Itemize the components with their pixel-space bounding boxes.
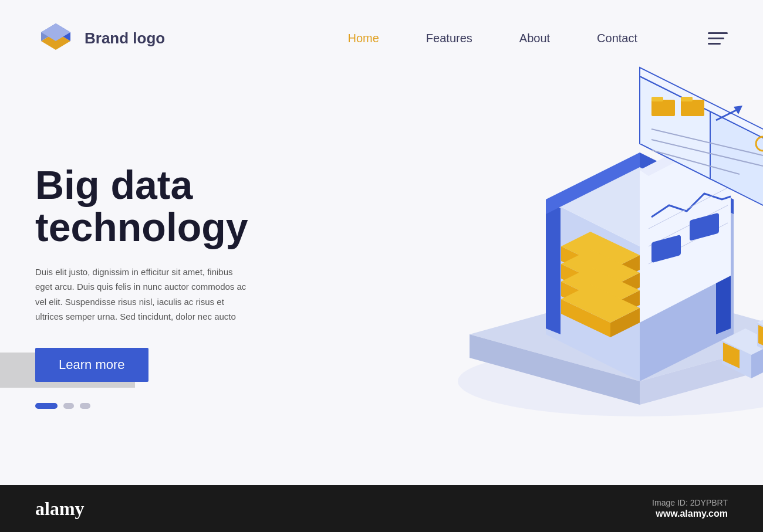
isometric-illustration [352,53,763,416]
footer-url: www.alamy.com [652,509,728,519]
hamburger-menu[interactable] [708,32,728,45]
logo-area: Brand logo [35,18,165,59]
hero-content: Big data technology Duis elit justo, dig… [35,153,317,409]
hamburger-line-1 [708,32,728,34]
nav-features[interactable]: Features [426,32,472,45]
nav-home[interactable]: Home [348,32,379,45]
brand-logo-icon [35,18,76,59]
alamy-brand: alamy [35,498,85,520]
hamburger-line-2 [708,38,724,39]
dot-1[interactable] [35,403,58,409]
hamburger-line-3 [708,43,721,45]
brand-logo-text: Brand logo [85,29,165,48]
hero-title: Big data technology [35,164,317,248]
svg-marker-11 [546,202,561,334]
svg-rect-37 [651,100,675,116]
hero-description: Duis elit justo, dignissim in efficitur … [35,265,247,324]
dot-2[interactable] [63,403,74,409]
svg-rect-38 [651,97,663,101]
slide-dots [35,403,317,409]
image-id: Image ID: 2DYPBRT [652,498,728,507]
footer-image-info: Image ID: 2DYPBRT www.alamy.com [652,498,728,519]
footer-bar: alamy Image ID: 2DYPBRT www.alamy.com [0,485,763,532]
hero-section: 1 Big data technology Duis elit justo, d… [0,76,763,485]
nav-about[interactable]: About [519,32,550,45]
nav-contact[interactable]: Contact [597,32,637,45]
svg-rect-39 [681,100,704,116]
main-nav: Home Features About Contact [348,32,728,45]
learn-more-button[interactable]: Learn more [35,348,148,382]
svg-rect-40 [681,97,693,101]
dot-3[interactable] [80,403,90,409]
